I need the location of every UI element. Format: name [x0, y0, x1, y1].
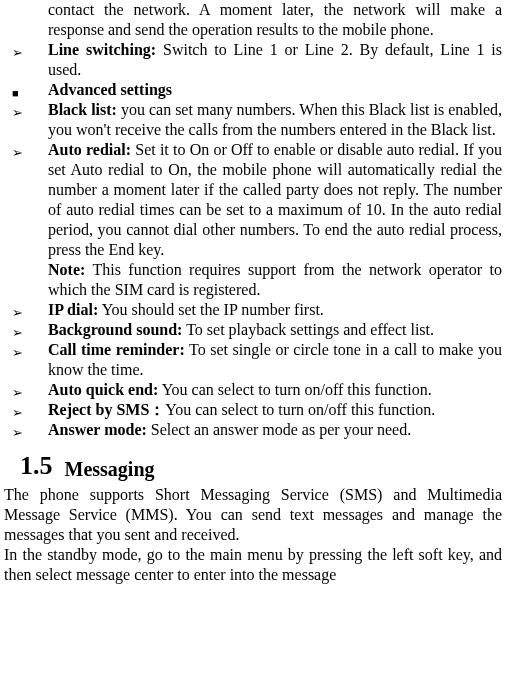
arrow-icon: ➢	[12, 405, 23, 421]
note-row: Note: This function requires support fro…	[4, 260, 502, 300]
arrow-bullet: ➢	[4, 320, 48, 340]
ip-dial-text: IP dial: You should set the IP number fi…	[48, 300, 502, 320]
arrow-bullet: ➢	[4, 340, 48, 360]
line-switching-text: Line switching: Switch to Line 1 or Line…	[48, 40, 502, 80]
auto-redial-label: Auto redial:	[48, 141, 131, 158]
arrow-bullet: ➢	[4, 420, 48, 440]
black-list-row: ➢ Black list: you can set many numbers. …	[4, 100, 502, 140]
note-text: Note: This function requires support fro…	[48, 260, 502, 300]
auto-quick-label: Auto quick end:	[48, 381, 158, 398]
line-switching-row: ➢ Line switching: Switch to Line 1 or Li…	[4, 40, 502, 80]
call-time-label: Call time reminder:	[48, 341, 185, 358]
top-fragment-text: contact the network. A moment later, the…	[48, 0, 502, 40]
call-time-row: ➢ Call time reminder: To set single or c…	[4, 340, 502, 380]
reject-sms-label: Reject by SMS：	[48, 401, 165, 418]
arrow-icon: ➢	[12, 325, 23, 341]
section-number: 1.5	[20, 450, 53, 483]
reject-sms-desc: You can select to turn on/off this funct…	[165, 401, 435, 418]
advanced-settings-label: Advanced settings	[48, 80, 502, 100]
arrow-bullet: ➢	[4, 40, 48, 60]
arrow-icon: ➢	[12, 425, 23, 441]
square-bullet: ■	[4, 80, 48, 100]
advanced-settings-row: ■ Advanced settings	[4, 80, 502, 100]
auto-redial-row: ➢ Auto redial: Set it to On or Off to en…	[4, 140, 502, 260]
messaging-para2: In the standby mode, go to the main menu…	[4, 545, 502, 585]
arrow-icon: ➢	[12, 45, 23, 61]
reject-sms-row: ➢ Reject by SMS：You can select to turn o…	[4, 400, 502, 420]
square-icon: ■	[12, 87, 19, 101]
ip-dial-row: ➢ IP dial: You should set the IP number …	[4, 300, 502, 320]
auto-redial-desc: Set it to On or Off to enable or disable…	[48, 141, 502, 258]
reject-sms-text: Reject by SMS：You can select to turn on/…	[48, 400, 502, 420]
auto-quick-text: Auto quick end: You can select to turn o…	[48, 380, 502, 400]
arrow-bullet: ➢	[4, 100, 48, 120]
line-switching-label: Line switching:	[48, 41, 156, 58]
bg-sound-row: ➢ Background sound: To set playback sett…	[4, 320, 502, 340]
answer-mode-desc: Select an answer mode as per your need.	[147, 421, 411, 438]
auto-quick-row: ➢ Auto quick end: You can select to turn…	[4, 380, 502, 400]
bg-sound-text: Background sound: To set playback settin…	[48, 320, 502, 340]
note-label: Note:	[48, 261, 85, 278]
messaging-para1: The phone supports Short Messaging Servi…	[4, 485, 502, 545]
arrow-bullet: ➢	[4, 400, 48, 420]
note-desc: This function requires support from the …	[48, 261, 502, 298]
bg-sound-desc: To set playback settings and effect list…	[182, 321, 434, 338]
top-fragment-row: contact the network. A moment later, the…	[4, 0, 502, 40]
arrow-icon: ➢	[12, 145, 23, 161]
answer-mode-text: Answer mode: Select an answer mode as pe…	[48, 420, 502, 440]
black-list-label: Black list:	[48, 101, 117, 118]
answer-mode-row: ➢ Answer mode: Select an answer mode as …	[4, 420, 502, 440]
section-title: 1.5 Messaging	[4, 450, 502, 483]
arrow-icon: ➢	[12, 105, 23, 121]
answer-mode-label: Answer mode:	[48, 421, 147, 438]
call-time-text: Call time reminder: To set single or cir…	[48, 340, 502, 380]
arrow-bullet: ➢	[4, 140, 48, 160]
auto-quick-desc: You can select to turn on/off this funct…	[158, 381, 431, 398]
black-list-text: Black list: you can set many numbers. Wh…	[48, 100, 502, 140]
arrow-bullet: ➢	[4, 300, 48, 320]
arrow-icon: ➢	[12, 345, 23, 361]
ip-dial-desc: You should set the IP number first.	[98, 301, 324, 318]
arrow-icon: ➢	[12, 385, 23, 401]
section-name: Messaging	[65, 457, 155, 482]
bg-sound-label: Background sound:	[48, 321, 182, 338]
black-list-desc: you can set many numbers. When this Blac…	[48, 101, 502, 138]
ip-dial-label: IP dial:	[48, 301, 98, 318]
arrow-bullet: ➢	[4, 380, 48, 400]
arrow-icon: ➢	[12, 305, 23, 321]
page: contact the network. A moment later, the…	[0, 0, 506, 690]
auto-redial-text: Auto redial: Set it to On or Off to enab…	[48, 140, 502, 260]
